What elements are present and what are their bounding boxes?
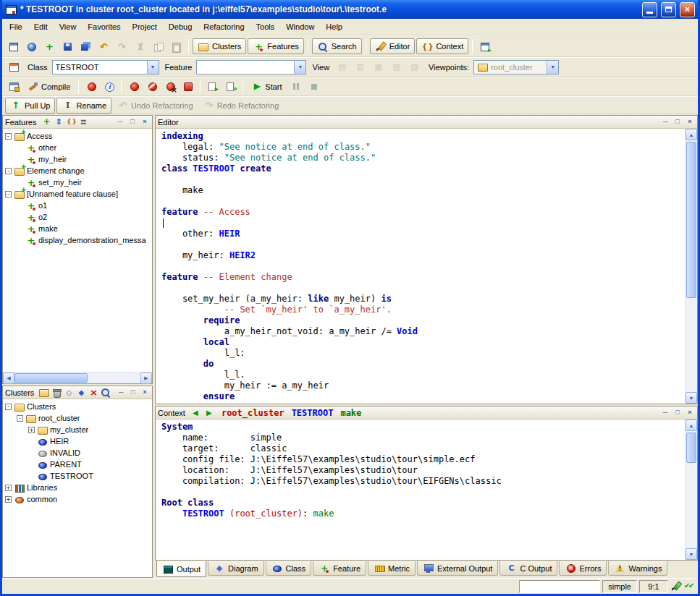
panel-close-button[interactable]: × xyxy=(685,408,695,417)
menu-project[interactable]: Project xyxy=(127,20,163,33)
panel-close-button[interactable]: × xyxy=(140,117,150,127)
menu-debug[interactable]: Debug xyxy=(163,20,198,33)
tree-expander-icon[interactable]: - xyxy=(5,404,12,410)
braces-icon[interactable] xyxy=(65,116,77,127)
panel-minimize-button[interactable]: ─ xyxy=(660,408,670,417)
tab-warnings[interactable]: Warnings xyxy=(608,561,667,576)
panel-maximize-button[interactable]: □ xyxy=(128,388,138,397)
save-all-button[interactable] xyxy=(77,38,94,54)
new-window-button[interactable] xyxy=(5,38,22,54)
hscroll-thumb[interactable] xyxy=(14,373,88,383)
compile-tool-button[interactable] xyxy=(5,79,22,95)
tree-expander-icon[interactable]: + xyxy=(5,496,12,503)
start-button[interactable]: Start xyxy=(247,79,286,95)
cluster-item-parent[interactable]: PARENT xyxy=(3,459,152,470)
context-vscrollbar[interactable]: ▲ ▼ xyxy=(685,420,697,560)
pull-up-button[interactable]: Pull Up xyxy=(5,98,55,114)
undo-button[interactable] xyxy=(96,38,112,54)
enable-breakpoints-button[interactable] xyxy=(125,79,142,95)
freeze-button[interactable] xyxy=(83,79,99,95)
open-button[interactable] xyxy=(23,38,40,54)
step-into-button[interactable] xyxy=(204,79,221,95)
tab-errors[interactable]: Errors xyxy=(559,561,607,576)
save-button[interactable] xyxy=(59,38,76,54)
menu-tools[interactable]: Tools xyxy=(250,20,281,33)
dropdown-arrow-icon[interactable]: ▼ xyxy=(147,61,159,74)
editor-vscrollbar[interactable]: ▲ ▼ xyxy=(685,129,697,404)
tab-feature[interactable]: Feature xyxy=(313,561,366,576)
features-hscrollbar[interactable]: ◀ ▶ xyxy=(3,372,152,383)
menu-refactoring[interactable]: Refactoring xyxy=(198,20,250,33)
context-toggle[interactable]: Context xyxy=(416,38,468,54)
features-panel-header[interactable]: Features ─ □ × xyxy=(3,116,152,129)
vscroll-track[interactable] xyxy=(686,140,697,392)
cluster-item-clusters[interactable]: -Clusters xyxy=(3,401,152,412)
panel-minimize-button[interactable]: ─ xyxy=(115,117,125,127)
rename-button[interactable]: Rename xyxy=(56,98,111,114)
feature-item-unnamed-feature-clause[interactable]: -[Unnamed feature clause] xyxy=(3,188,152,200)
menu-view[interactable]: View xyxy=(54,20,83,33)
step-over-button[interactable] xyxy=(222,79,239,95)
feature-item-other[interactable]: other xyxy=(3,142,152,153)
context-crumb-feature[interactable]: make xyxy=(340,408,361,418)
scroll-left-icon[interactable]: ◀ xyxy=(3,372,14,384)
cluster-item-invalid[interactable]: INVALID xyxy=(3,447,152,459)
tree-expander-icon[interactable]: - xyxy=(5,191,12,197)
hscroll-track[interactable] xyxy=(14,372,140,383)
scroll-down-icon[interactable]: ▼ xyxy=(686,392,697,404)
feature-item-access[interactable]: -Access xyxy=(3,130,152,142)
navigate-back-icon[interactable] xyxy=(190,407,201,418)
tab-c-output[interactable]: C Output xyxy=(499,561,557,576)
red-x-icon[interactable] xyxy=(88,387,99,398)
external-commands-button[interactable] xyxy=(476,38,493,54)
feature-item-o1[interactable]: o1 xyxy=(3,200,152,211)
editor-toggle[interactable]: Editor xyxy=(370,38,416,54)
clusters-toggle[interactable]: Clusters xyxy=(193,38,246,54)
menu-file[interactable]: File xyxy=(4,20,28,33)
tab-class[interactable]: Class xyxy=(266,561,312,576)
context-output[interactable]: System name: simple target: classic conf… xyxy=(156,420,685,560)
panel-minimize-button[interactable]: ─ xyxy=(116,388,126,397)
close-button[interactable]: × xyxy=(680,2,695,17)
context-panel-header[interactable]: Context root_clusterTESTROOTmake ─ □ × xyxy=(156,406,697,420)
menu-help[interactable]: Help xyxy=(320,20,348,33)
feature-item-element-change[interactable]: -Element change xyxy=(3,165,152,176)
context-vscroll-thumb[interactable] xyxy=(686,433,696,463)
panel-minimize-button[interactable]: ─ xyxy=(660,117,670,127)
code-editor[interactable]: indexing legal: "See notice at end of cl… xyxy=(156,129,685,404)
plus-icon[interactable] xyxy=(41,116,52,127)
tree-expander-icon[interactable]: + xyxy=(5,485,12,491)
search-toggle[interactable]: Search xyxy=(312,38,362,54)
navigate-forward-icon[interactable] xyxy=(203,407,215,418)
menu-edit[interactable]: Edit xyxy=(28,20,54,33)
scroll-right-icon[interactable]: ▶ xyxy=(140,372,152,384)
feature-item-make[interactable]: make xyxy=(3,223,152,234)
editor-panel-header[interactable]: Editor ─ □ × xyxy=(156,116,697,129)
viewpoints-combo[interactable]: root_cluster▼ xyxy=(473,60,559,74)
clusters-panel-header[interactable]: Clusters ─ □ × xyxy=(3,386,152,399)
disable-breakpoints-button[interactable] xyxy=(143,79,160,95)
exception-handling-button[interactable] xyxy=(180,79,196,95)
feature-item-o2[interactable]: o2 xyxy=(3,211,152,223)
list-icon[interactable] xyxy=(77,116,89,127)
dropdown-arrow-icon[interactable]: ▼ xyxy=(294,61,305,74)
class-tool-button[interactable] xyxy=(5,59,22,75)
panel-maximize-button[interactable]: □ xyxy=(672,408,683,417)
tab-diagram[interactable]: Diagram xyxy=(208,561,264,576)
tab-metric[interactable]: Metric xyxy=(368,561,416,576)
cluster-item-common[interactable]: +common xyxy=(3,493,152,505)
panel-maximize-button[interactable]: □ xyxy=(127,117,138,127)
panel-close-button[interactable]: × xyxy=(685,117,695,127)
dropdown-arrow-icon[interactable]: ▼ xyxy=(547,61,558,74)
new-class-button[interactable] xyxy=(41,38,58,54)
remove-breakpoints-button[interactable] xyxy=(161,79,178,95)
info-button[interactable] xyxy=(101,79,117,95)
magnifier-icon[interactable] xyxy=(100,387,111,398)
menu-window[interactable]: Window xyxy=(280,20,320,33)
features-toggle[interactable]: Features xyxy=(248,38,303,54)
tab-output[interactable]: Output xyxy=(156,561,206,577)
updown-icon[interactable] xyxy=(53,116,64,127)
status-input-field[interactable] xyxy=(519,580,600,593)
tree-expander-icon[interactable]: - xyxy=(5,168,12,174)
compile-button[interactable]: Compile xyxy=(23,79,75,95)
